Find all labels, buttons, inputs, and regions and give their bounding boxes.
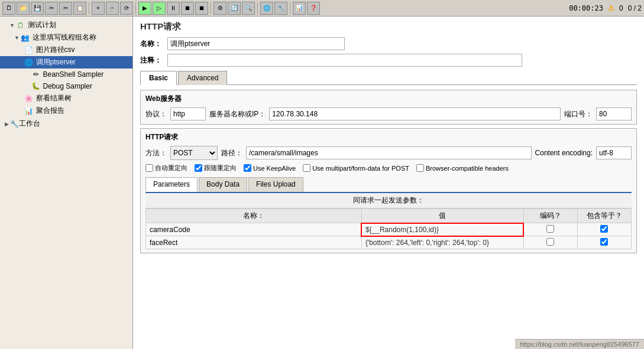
main-layout: ▼ 🗒 测试计划 ▼ 👥 这里填写线程组名称 📄 图片路径csv 🌐 调用pts… (0, 17, 644, 349)
follow-redirect-checkbox[interactable] (195, 164, 202, 172)
multipart-checkbox[interactable] (303, 164, 310, 172)
sidebar-label-ptserver: 调用ptserver (36, 57, 76, 67)
path-input[interactable] (246, 146, 532, 159)
checkbox-multipart[interactable]: Use multipart/form-data for POST (303, 164, 409, 172)
toolbar-icon-16[interactable]: ❓ (307, 2, 320, 15)
keepalive-checkbox[interactable] (244, 164, 251, 172)
sidebar-label-aggregate: 聚合报告 (36, 106, 64, 116)
http-request-title: HTTP请求 (145, 132, 632, 142)
multipart-label: Use multipart/form-data for POST (312, 165, 409, 172)
checkbox-follow-redirect[interactable]: 跟随重定向 (195, 164, 237, 172)
encoding-input[interactable] (596, 146, 632, 159)
toolbar-icon-6[interactable]: 📋 (73, 2, 86, 15)
tab-body-data[interactable]: Body Data (199, 177, 247, 192)
path-label: 路径： (221, 148, 242, 158)
col-header-value: 值 (361, 209, 523, 223)
encoding-label: Content encoding: (535, 149, 593, 157)
sidebar-label-beanshell: BeanShell Sampler (43, 70, 104, 79)
http-panel: HTTP请求 名称： 注释： Basic Advanced Web服务器 协议： (133, 17, 644, 262)
toolbar-icon-1[interactable]: 🗒 (2, 2, 15, 15)
stop-button[interactable]: ⏹ (181, 2, 194, 15)
main-tabs: Basic Advanced (140, 70, 637, 85)
toolbar-icon-9[interactable]: ⟳ (120, 2, 133, 15)
server-input[interactable] (269, 107, 561, 120)
protocol-label: 协议： (145, 109, 167, 119)
toolbar-icon-12[interactable]: 🔍 (242, 2, 255, 15)
port-input[interactable] (596, 107, 632, 120)
run-button[interactable]: ▶ (138, 2, 151, 15)
param-encode-checkbox[interactable] (546, 225, 554, 233)
toolbar-icon-14[interactable]: 🔧 (274, 2, 287, 15)
follow-redirect-label: 跟随重定向 (204, 164, 237, 172)
comment-row: 注释： (140, 54, 637, 67)
panel-title: HTTP请求 (140, 21, 637, 32)
toolbar-icon-13[interactable]: 🌐 (260, 2, 273, 15)
param-include-checkbox[interactable] (600, 225, 608, 233)
sidebar-item-csv[interactable]: 📄 图片路径csv (0, 44, 132, 56)
sidebar-label-results-tree: 察看结果树 (36, 93, 72, 103)
sidebar-item-ptserver[interactable]: 🌐 调用ptserver (0, 56, 132, 69)
protocol-input[interactable] (170, 107, 206, 120)
checkbox-keepalive[interactable]: Use KeepAlive (244, 164, 296, 172)
param-value-text: {'bottom': 264,'left': 0,'right': 264,'t… (365, 239, 489, 247)
tab-advanced[interactable]: Advanced (178, 71, 227, 85)
sidebar-label-workbench: 工作台 (19, 119, 40, 129)
param-encode-checkbox[interactable] (546, 238, 554, 246)
expand-icon-bs (28, 71, 30, 77)
name-label: 名称： (140, 39, 164, 49)
param-include-checkbox[interactable] (600, 238, 608, 246)
expand-icon-pts (21, 60, 23, 66)
inner-tabs: Parameters Body Data Files Upload (145, 177, 632, 193)
expand-icon: ▼ (9, 22, 15, 28)
expand-icon-wb: ▶ (5, 121, 9, 127)
checkboxes-row: 自动重定向 跟随重定向 Use KeepAlive Use multipart/… (145, 164, 632, 172)
sidebar-item-thread-group[interactable]: ▼ 👥 这里填写线程组名称 (0, 31, 132, 44)
stop-now-button[interactable]: ⏹ (195, 2, 208, 15)
method-select[interactable]: POST GET PUT DELETE (170, 146, 218, 160)
warn-icon: ⚠ (608, 4, 614, 12)
toolbar-icon-3[interactable]: 💾 (31, 2, 44, 15)
progress-display: 0 / 2 (628, 4, 642, 12)
sidebar-item-beanshell[interactable]: ✏ BeanShell Sampler (0, 69, 132, 80)
toolbar-icon-2[interactable]: 📁 (17, 2, 30, 15)
col-header-name: 名称： (146, 209, 362, 223)
name-input[interactable] (167, 37, 345, 50)
tab-files-upload[interactable]: Files Upload (248, 177, 303, 192)
param-name-cell: cameraCode (146, 223, 362, 236)
content-area: HTTP请求 名称： 注释： Basic Advanced Web服务器 协议： (133, 17, 644, 349)
sidebar-item-results-tree[interactable]: 🌸 察看结果树 (0, 92, 132, 105)
sidebar-item-test-plan[interactable]: ▼ 🗒 测试计划 (0, 19, 132, 31)
checkbox-browser-compat[interactable]: Browser-compatible headers (416, 164, 509, 172)
toolbar-icon-7[interactable]: + (92, 2, 105, 15)
aggregate-icon: 📊 (24, 106, 34, 116)
tab-basic[interactable]: Basic (140, 71, 177, 85)
server-label: 服务器名称或IP： (209, 109, 266, 119)
web-server-title: Web服务器 (145, 94, 632, 104)
auto-redirect-checkbox[interactable] (145, 164, 153, 172)
comment-input[interactable] (167, 54, 522, 67)
method-label: 方法： (145, 148, 167, 158)
toolbar-icon-8[interactable]: − (106, 2, 119, 15)
browser-compat-checkbox[interactable] (416, 164, 424, 172)
url-bar: https://blog.csdn.net/luanpeng825496577 (515, 339, 644, 349)
debug-icon: 🐛 (31, 81, 41, 91)
warn-count: 0 (619, 4, 623, 12)
sidebar-item-workbench[interactable]: ▶ 🔧 工作台 (0, 117, 132, 131)
param-name-cell: faceRect (146, 236, 362, 249)
toolbar-icon-15[interactable]: 📊 (293, 2, 306, 15)
toolbar-right: 00:00:23 ⚠ 0 0 / 2 (569, 4, 642, 12)
param-value-text: ${__Random(1,100,id)} (365, 226, 439, 234)
toolbar-icon-4[interactable]: ✂ (45, 2, 58, 15)
http-req-row: 方法： POST GET PUT DELETE 路径： Content enco… (145, 146, 632, 160)
pause-button[interactable]: ⏸ (167, 2, 180, 15)
toolbar-icon-11[interactable]: 🔄 (228, 2, 241, 15)
checkbox-auto-redirect[interactable]: 自动重定向 (145, 164, 187, 172)
toolbar-icon-10[interactable]: ⚙ (213, 2, 226, 15)
toolbar-icon-5[interactable]: ✂ (59, 2, 72, 15)
toolbar-sep-3 (211, 2, 211, 14)
run-no-pause-button[interactable]: ▷ (153, 2, 166, 15)
param-include-cell (577, 223, 631, 236)
tab-parameters[interactable]: Parameters (145, 177, 198, 192)
sidebar-item-debug[interactable]: 🐛 Debug Sampler (0, 80, 132, 92)
sidebar-item-aggregate[interactable]: 📊 聚合报告 (0, 105, 132, 117)
